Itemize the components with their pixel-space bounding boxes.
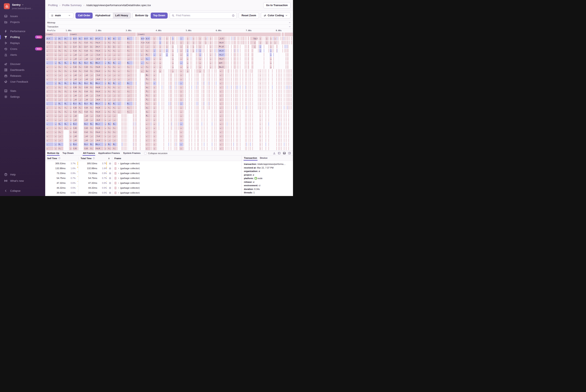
flame-frame[interactable]	[136, 146, 137, 150]
flame-frame[interactable]	[203, 86, 204, 89]
flame-frame[interactable]	[207, 138, 208, 142]
flame-frame[interactable]: r…	[145, 65, 150, 69]
flame-frame[interactable]	[177, 142, 177, 146]
flame-frame[interactable]	[216, 102, 216, 106]
flame-frame[interactable]: c…	[145, 49, 150, 52]
flame-frame[interactable]: r…s	[145, 41, 150, 44]
flame-frame[interactable]: _…	[78, 98, 83, 101]
flame-frame[interactable]	[207, 102, 208, 106]
flame-frame[interactable]: f…	[145, 77, 150, 81]
flame-frame[interactable]	[278, 138, 279, 142]
flame-frame[interactable]: …	[70, 122, 72, 126]
flame-frame[interactable]	[145, 98, 145, 101]
flame-frame[interactable]	[152, 106, 152, 110]
flame-frame[interactable]	[276, 138, 277, 142]
flame-frame[interactable]	[262, 126, 262, 130]
flame-frame[interactable]: …	[180, 49, 183, 52]
flame-frame[interactable]	[64, 37, 64, 40]
flame-frame[interactable]	[185, 90, 186, 93]
flame-frame[interactable]	[72, 61, 73, 65]
flame-frame[interactable]: re…e	[95, 110, 104, 114]
flame-frame[interactable]	[209, 106, 210, 110]
flame-frame[interactable]: …	[153, 73, 156, 77]
flame-frame[interactable]	[264, 53, 264, 56]
flame-frame[interactable]	[54, 77, 55, 81]
flame-frame[interactable]	[58, 130, 59, 134]
flame-frame[interactable]	[288, 98, 289, 101]
flame-frame[interactable]	[164, 45, 165, 48]
flame-frame[interactable]	[266, 146, 266, 150]
flame-frame[interactable]	[196, 65, 197, 69]
flame-frame[interactable]	[127, 90, 127, 93]
flame-frame[interactable]: …	[70, 45, 72, 48]
flame-frame[interactable]: _…e	[84, 98, 89, 101]
flame-frame[interactable]	[171, 98, 171, 101]
flame-frame[interactable]	[112, 122, 113, 126]
flame-frame[interactable]	[199, 53, 199, 56]
flame-frame[interactable]: 0…	[58, 102, 63, 106]
flame-frame[interactable]	[203, 82, 204, 85]
flame-frame[interactable]	[195, 94, 195, 97]
flame-frame[interactable]: _…	[58, 73, 63, 77]
flame-frame[interactable]	[290, 86, 290, 89]
flamegraph[interactable]: (root)(root)(root)p…sr…s……………………………………………	[45, 32, 293, 150]
flame-frame[interactable]	[140, 49, 141, 52]
flame-frame[interactable]	[281, 142, 282, 146]
flame-root-frame[interactable]: (root)	[137, 32, 281, 36]
flame-frame[interactable]: r…k	[84, 65, 89, 69]
flame-frame[interactable]	[123, 86, 124, 89]
flame-frame[interactable]	[207, 86, 208, 89]
flame-frame[interactable]	[213, 61, 213, 65]
flame-frame[interactable]	[280, 102, 280, 106]
flame-frame[interactable]	[178, 82, 179, 85]
flame-frame[interactable]	[243, 98, 243, 101]
flame-frame[interactable]: r…	[90, 41, 94, 44]
flame-frame[interactable]	[156, 130, 157, 134]
flame-frame[interactable]	[127, 134, 127, 138]
flame-frame[interactable]	[202, 146, 202, 150]
flame-frame[interactable]	[171, 86, 172, 89]
flame-frame[interactable]	[152, 65, 152, 69]
flame-frame[interactable]	[252, 69, 253, 73]
flame-frame[interactable]	[273, 65, 274, 69]
flame-frame[interactable]	[185, 49, 186, 52]
flame-frame[interactable]: r…	[127, 49, 133, 52]
flame-frame[interactable]	[233, 82, 234, 85]
flame-frame[interactable]	[112, 114, 113, 118]
flame-frame[interactable]	[214, 61, 215, 65]
flame-frame[interactable]	[94, 45, 95, 48]
flame-frame[interactable]	[272, 77, 273, 81]
flame-frame[interactable]	[140, 41, 141, 44]
flame-frame[interactable]: r…s	[84, 41, 89, 44]
flame-frame[interactable]	[152, 90, 152, 93]
flame-frame[interactable]	[248, 57, 249, 61]
flame-frame[interactable]	[171, 69, 172, 73]
flame-frame[interactable]	[123, 114, 124, 118]
flame-frame[interactable]	[248, 37, 249, 40]
flame-frame[interactable]	[213, 65, 213, 69]
flame-frame[interactable]	[252, 37, 253, 40]
flame-frame[interactable]	[290, 73, 290, 77]
flame-frame[interactable]: r…e	[73, 49, 77, 52]
flame-frame[interactable]	[280, 110, 280, 114]
flame-frame[interactable]	[250, 122, 251, 126]
flame-frame[interactable]	[69, 134, 70, 138]
flame-frame[interactable]	[273, 41, 274, 44]
flame-frame[interactable]: …	[219, 114, 224, 118]
flame-frame[interactable]	[122, 69, 123, 73]
flame-frame[interactable]	[159, 69, 159, 73]
flame-frame[interactable]	[159, 122, 159, 126]
flame-frame[interactable]	[140, 57, 141, 61]
flame-frame[interactable]	[78, 77, 78, 81]
flame-frame[interactable]: _…	[108, 77, 112, 81]
flame-frame[interactable]	[264, 73, 264, 77]
flame-frame[interactable]: r…e	[84, 49, 89, 52]
flame-frame[interactable]	[196, 77, 197, 81]
flame-frame[interactable]	[58, 77, 59, 81]
flame-frame[interactable]	[246, 126, 247, 130]
flame-frame[interactable]	[69, 110, 70, 114]
flame-frame[interactable]	[69, 41, 70, 44]
flame-frame[interactable]	[151, 86, 151, 89]
flame-frame[interactable]	[140, 102, 141, 106]
flame-frame[interactable]	[284, 73, 284, 77]
